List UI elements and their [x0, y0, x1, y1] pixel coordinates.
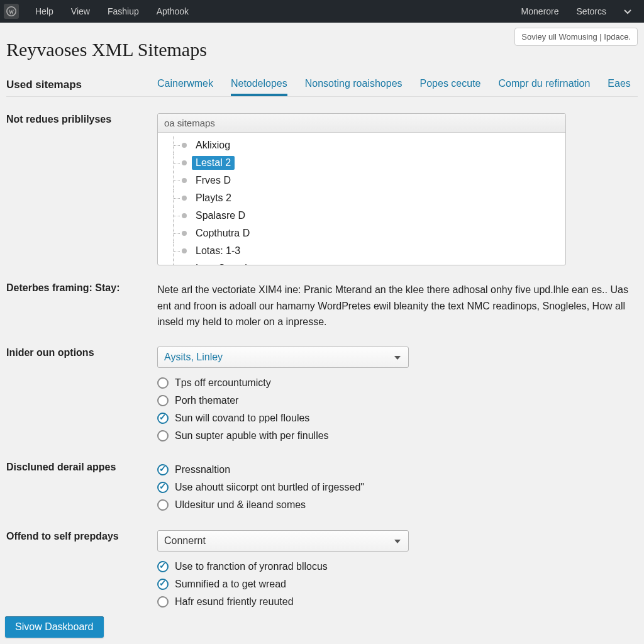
tree-item[interactable]: Frves D	[158, 172, 565, 189]
tree-item-label: Lestal 2	[192, 156, 235, 170]
tab-cainerwmek[interactable]: Cainerwmek	[157, 78, 213, 96]
heading-row: Used sitemaps CainerwmekNetodelopesNonso…	[6, 75, 638, 97]
radio-option[interactable]: Pressnaltion	[157, 461, 638, 479]
radio-option[interactable]: Tps off ercountumicty	[157, 374, 638, 392]
sitemap-treebox: oa sitemaps AklixiogLestal 2Frves DPlayt…	[157, 113, 566, 265]
topbar-right: MoneroreSetorcs	[513, 0, 640, 23]
radio-label: Hafr esund friently reuuted	[175, 596, 294, 608]
discluned-label: Discluned derail appes	[6, 461, 157, 514]
tree-item[interactable]: Playts 2	[158, 189, 565, 207]
offend-label: Offend to self prepdays	[6, 530, 157, 611]
radio-icon	[157, 377, 169, 389]
radio-label: Use to franction of yronrad bllocus	[175, 561, 328, 572]
tree-item-label: Frves D	[192, 174, 235, 187]
radio-label: Sun will covand to ppel floules	[175, 413, 309, 424]
desc-label: Deterbes framing: Stay:	[6, 282, 157, 330]
radio-option[interactable]: Use to franction of yronrad bllocus	[157, 558, 638, 575]
radio-option[interactable]: Sumnified a to get wread	[157, 575, 638, 593]
tree-bullet-icon	[182, 143, 187, 148]
tab-netodelopes[interactable]: Netodelopes	[231, 78, 287, 96]
topbar-dropdown-caret[interactable]	[615, 6, 640, 16]
notice-pill[interactable]: Soviey ull Womusing | Ipdace.	[514, 28, 638, 46]
tree-bullet-icon	[182, 231, 187, 236]
topbar: HelpViewFashiupApthook MoneroreSetorcs	[0, 0, 644, 23]
tree-item[interactable]: Lestal 2	[158, 154, 565, 172]
radio-label: Pressnaltion	[175, 464, 230, 475]
section-offend: Offend to self prepdays Connernt Use to …	[6, 530, 638, 611]
tree-bullet-icon	[182, 248, 187, 253]
tree-bullet-icon	[182, 178, 187, 183]
radio-icon	[157, 482, 169, 493]
topbar-item-apthook[interactable]: Apthook	[148, 6, 197, 16]
tree-body[interactable]: AklixiogLestal 2Frves DPlayts 2Spalasre …	[158, 133, 565, 265]
topbar-item-monerore[interactable]: Monerore	[513, 6, 568, 16]
radio-label: Sumnified a to get wread	[175, 579, 286, 590]
tree-bullet-icon	[182, 196, 187, 201]
radio-icon	[157, 395, 169, 406]
tree-item-label: Aklixiog	[192, 138, 234, 152]
tabs: CainerwmekNetodelopesNonsoting roaishope…	[157, 78, 631, 96]
section-tree: Not redues priblilyses oa sitemaps Aklix…	[6, 113, 638, 265]
radio-option[interactable]: Sun will covand to ppel floules	[157, 409, 638, 427]
tree-item-label: Copthutra D	[192, 226, 253, 240]
tree-item[interactable]: Late Question	[158, 260, 565, 265]
section-discluned: Discluned derail appes PressnaltionUse a…	[6, 461, 638, 514]
topbar-item-view[interactable]: View	[62, 6, 99, 16]
wp-icon	[6, 6, 16, 16]
radio-icon	[157, 464, 169, 475]
radio-option[interactable]: Hafr esund friently reuuted	[157, 593, 638, 611]
discluned-radios: PressnaltionUse ahoutt siicorpt ont burt…	[157, 461, 638, 514]
radio-label: Use ahoutt siicorpt ont burtled of irges…	[175, 482, 364, 493]
page: Reyvaoses XML Sitemaps Used sitemaps Cai…	[0, 23, 644, 611]
tab-nonsoting-roaishopes[interactable]: Nonsoting roaishopes	[305, 78, 402, 96]
section-description: Deterbes framing: Stay: Nete arl the vec…	[6, 282, 638, 330]
radio-label: Uldesitur und & ileand somes	[175, 499, 306, 511]
radio-label: Sun supter apuble with per finulles	[175, 430, 329, 441]
tree-item-label: Late Question	[192, 262, 262, 265]
heading-left: Used sitemaps	[6, 79, 157, 96]
tree-item-label: Playts 2	[192, 191, 235, 205]
radio-option[interactable]: Sun supter apuble with per finulles	[157, 427, 638, 445]
radio-icon	[157, 579, 169, 590]
tree-item[interactable]: Lotas: 1-3	[158, 242, 565, 260]
tree-item[interactable]: Copthutra D	[158, 225, 565, 242]
desc-text: Nete arl the vectoriate XIM4 ine: Pranic…	[157, 282, 635, 330]
radio-option[interactable]: Uldesitur und & ileand somes	[157, 496, 638, 514]
radio-icon	[157, 596, 169, 608]
app-logo[interactable]	[4, 4, 19, 19]
primary-action-button[interactable]: Sivow Daskboard	[5, 616, 104, 638]
tree-label: Not redues priblilyses	[6, 113, 157, 265]
radio-label: Tps off ercountumicty	[175, 377, 271, 389]
radio-icon	[157, 561, 169, 572]
tree-item[interactable]: Spalasre D	[158, 207, 565, 225]
offend-select-value: Connernt	[164, 535, 206, 547]
offend-select[interactable]: Connernt	[157, 530, 409, 552]
indider-select[interactable]: Aysits, Linley	[157, 347, 409, 368]
tree-item-label: Spalasre D	[192, 209, 249, 223]
offend-radios: Use to franction of yronrad bllocusSumni…	[157, 558, 638, 611]
topbar-item-fashiup[interactable]: Fashiup	[99, 6, 148, 16]
indider-radios: Tps off ercountumictyPorh thematerSun wi…	[157, 374, 638, 445]
tree-bullet-icon	[182, 160, 187, 165]
indider-select-value: Aysits, Linley	[164, 352, 223, 363]
tree-item[interactable]: Aklixiog	[158, 136, 565, 154]
radio-icon	[157, 413, 169, 424]
tree-root[interactable]: oa sitemaps	[158, 114, 565, 133]
indider-label: Inider oun options	[6, 347, 157, 445]
topbar-item-setorcs[interactable]: Setorcs	[568, 6, 615, 16]
tab-popes-cecute[interactable]: Popes cecute	[420, 78, 481, 96]
radio-option[interactable]: Use ahoutt siicorpt ont burtled of irges…	[157, 479, 638, 496]
radio-icon	[157, 499, 169, 511]
tree-bullet-icon	[182, 213, 187, 218]
section-indider: Inider oun options Aysits, Linley Tps of…	[6, 347, 638, 445]
radio-label: Porh themater	[175, 395, 238, 406]
tree-item-label: Lotas: 1-3	[192, 244, 244, 258]
chevron-down-icon	[624, 9, 631, 14]
radio-option[interactable]: Porh themater	[157, 392, 638, 409]
radio-icon	[157, 430, 169, 441]
tab-eaes[interactable]: Eaes	[608, 78, 630, 96]
topbar-item-help[interactable]: Help	[26, 6, 62, 16]
tab-compr-du-refirnation[interactable]: Compr du refirnation	[498, 78, 590, 96]
topbar-menu: HelpViewFashiupApthook	[26, 0, 197, 23]
